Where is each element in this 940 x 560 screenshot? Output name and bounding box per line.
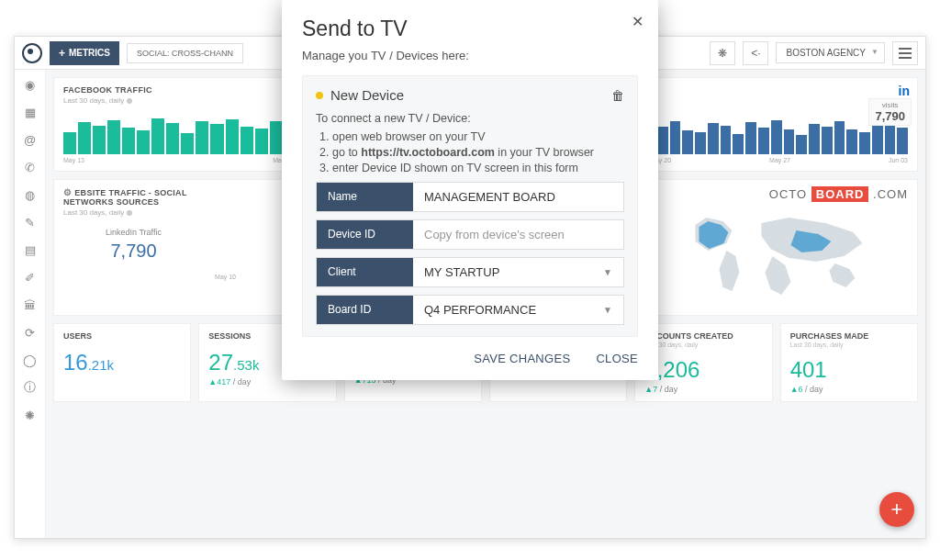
chevron-down-icon: ▼ <box>603 267 612 277</box>
chart-tooltip: visits 7,790 <box>868 98 912 126</box>
tooltip-label: visits <box>875 101 905 109</box>
modal-subtitle: Manage you TV / Devices here: <box>302 49 638 62</box>
metric-value: 7,790 <box>63 241 204 262</box>
add-metrics-button[interactable]: + METRICS <box>50 41 119 65</box>
field-label: Board ID <box>317 296 413 324</box>
rail-clipboard-icon[interactable]: ▤ <box>23 242 38 257</box>
toolbar-icon-1[interactable]: ❋ <box>710 41 735 65</box>
field-client: Client MY STARTUP▼ <box>316 257 624 287</box>
field-label: Name <box>317 183 413 211</box>
rail-phone-icon[interactable]: ✆ <box>23 160 38 174</box>
rail-bolt-icon[interactable]: ⟳ <box>23 325 38 340</box>
fab-add-button[interactable]: + <box>879 492 914 527</box>
hamburger-menu-icon[interactable] <box>892 41 918 65</box>
step-1: open web browser on your TV <box>332 130 624 143</box>
rail-building-icon[interactable]: 🏛 <box>23 297 38 312</box>
step-2: go to https://tv.octoboard.com in your T… <box>332 146 624 159</box>
chevron-down-icon: ▼ <box>603 305 612 315</box>
rail-bug-icon[interactable]: ✺ <box>23 408 38 422</box>
kpi-title: USERS <box>63 331 181 341</box>
name-input[interactable]: MANAGEMENT BOARD <box>413 183 623 211</box>
linkedin-icon: in <box>899 84 910 98</box>
rail-edit-icon[interactable]: ✐ <box>23 270 38 285</box>
board-select[interactable]: Q4 PERFORMANCE▼ <box>413 296 623 324</box>
left-rail: ◉ ▦ @ ✆ ◍ ✎ ▤ ✐ 🏛 ⟳ ◯ ⓘ ✺ <box>15 70 46 538</box>
field-device-id: Device ID Copy from device's screen <box>316 219 624 250</box>
send-to-tv-modal: ✕ Send to TV Manage you TV / Devices her… <box>282 0 658 380</box>
filter-pill-label: SOCIAL: CROSS-CHANN <box>137 49 233 58</box>
kpi-sub: Last 30 days, daily <box>790 342 908 348</box>
rail-bulb-icon[interactable]: ◍ <box>23 187 38 202</box>
brand-logo: OCTO BOARD .COM <box>652 187 908 201</box>
kpi-purchases: PURCHASES MADE Last 30 days, daily 401 ▲… <box>780 323 918 402</box>
close-icon[interactable]: ✕ <box>632 13 643 30</box>
rail-user-icon[interactable]: ◯ <box>23 353 38 367</box>
kpi-title: ACCOUNTS CREATED <box>644 331 762 341</box>
device-name: New Device <box>330 87 404 103</box>
device-id-input[interactable]: Copy from device's screen <box>413 220 623 249</box>
card-title: ⚙EBSITE TRAFFIC - SOCIAL NETWORKS SOURCE… <box>63 187 204 207</box>
kpi-delta: ▲7 / day <box>644 385 762 394</box>
field-label: Client <box>317 258 413 286</box>
save-button[interactable]: SAVE CHANGES <box>474 352 570 365</box>
trash-icon[interactable]: 🗑 <box>611 88 624 103</box>
field-board-id: Board ID Q4 PERFORMANCE▼ <box>316 295 624 325</box>
tooltip-value: 7,790 <box>875 109 905 123</box>
card-subtitle: Last 30 days, daily <box>63 208 204 217</box>
field-label: Device ID <box>317 220 413 249</box>
instructions: To connect a new TV / Device: open web b… <box>316 112 624 174</box>
share-icon[interactable]: <· <box>743 41 768 65</box>
filter-pill[interactable]: SOCIAL: CROSS-CHANN <box>127 43 243 63</box>
kpi-users: USERS 16.21k <box>53 323 191 402</box>
add-metrics-label: METRICS <box>69 48 110 58</box>
field-name: Name MANAGEMENT BOARD <box>316 182 624 212</box>
device-card: New Device 🗑 To connect a new TV / Devic… <box>302 75 638 337</box>
kpi-value: 16.21k <box>63 350 181 375</box>
kpi-delta: ▲6 / day <box>790 385 908 394</box>
status-dot-icon <box>316 92 323 99</box>
rail-grid-icon[interactable]: ▦ <box>23 105 38 119</box>
client-select[interactable]: MY STARTUP▼ <box>413 258 623 286</box>
agency-label: BOSTON AGENCY <box>786 48 866 58</box>
kpi-value: 1,206 <box>644 357 762 383</box>
modal-title: Send to TV <box>302 17 638 41</box>
instructions-lead: To connect a new TV / Device: <box>316 112 624 125</box>
step-3: enter Device ID shown on TV screen in th… <box>332 162 624 174</box>
metric-label: LinkedIn Traffic <box>63 228 204 237</box>
kpi-sub: Last 30 days, daily <box>644 342 762 348</box>
close-button[interactable]: CLOSE <box>596 352 638 365</box>
kpi-title: PURCHASES MADE <box>790 331 908 341</box>
plus-icon: + <box>59 47 65 60</box>
rail-at-icon[interactable]: @ <box>23 132 38 147</box>
world-map <box>652 207 908 308</box>
rail-pencil-icon[interactable]: ✎ <box>23 215 38 230</box>
agency-dropdown[interactable]: BOSTON AGENCY <box>776 42 885 63</box>
gear-icon[interactable]: ⚙ <box>63 187 72 197</box>
modal-actions: SAVE CHANGES CLOSE <box>302 352 638 365</box>
rail-globe-icon[interactable]: ◉ <box>23 77 38 92</box>
kpi-value: 401 <box>790 357 908 383</box>
rail-info-icon[interactable]: ⓘ <box>23 380 38 395</box>
app-logo-icon <box>22 43 42 63</box>
